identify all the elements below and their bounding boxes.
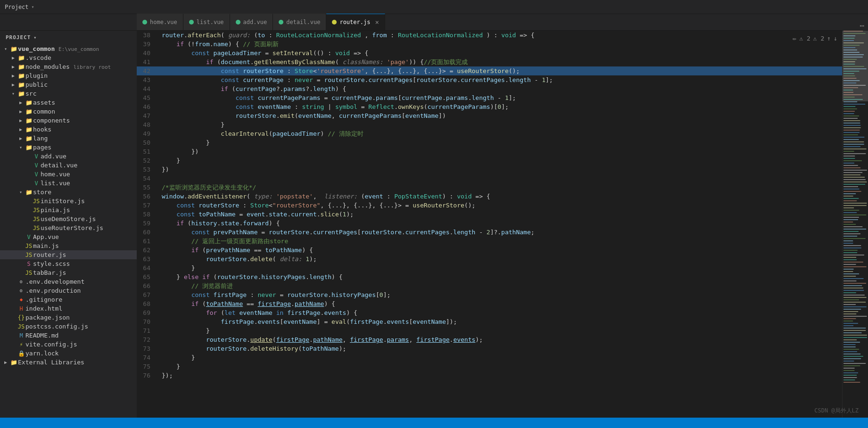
tree-common[interactable]: ▶ 📁 common bbox=[0, 107, 137, 116]
line-content[interactable]: } bbox=[158, 353, 842, 362]
line-content[interactable]: } else if (routerStore.historyPages.leng… bbox=[158, 272, 842, 281]
line-content[interactable]: }) bbox=[158, 147, 842, 156]
project-label[interactable]: Project ▾ bbox=[5, 4, 34, 10]
tree-external-libraries[interactable]: ▶ 📁 External Libraries bbox=[0, 358, 137, 367]
line-content[interactable]: }) bbox=[158, 165, 842, 174]
tree-pages[interactable]: ▾ 📁 pages bbox=[0, 143, 137, 152]
tree-label: postcss.config.js bbox=[25, 323, 88, 330]
line-number: 58 bbox=[137, 210, 158, 219]
tree-detail-vue[interactable]: V detail.vue bbox=[0, 161, 137, 170]
tree-index-html[interactable]: H index.html bbox=[0, 304, 137, 313]
tree-components[interactable]: ▶ 📁 components bbox=[0, 116, 137, 125]
line-content[interactable]: for (let eventName in firstPage.events) … bbox=[158, 308, 842, 317]
tree-userouterstore[interactable]: JS useRouterStore.js bbox=[0, 223, 137, 232]
tree-list-vue[interactable]: V list.vue bbox=[0, 179, 137, 188]
project-arrow[interactable]: ▾ bbox=[32, 4, 34, 9]
tree-vite-config[interactable]: ⚡ vite.config.js bbox=[0, 340, 137, 349]
line-content[interactable]: if (currentPage?.params?.length) { bbox=[158, 84, 842, 93]
line-content[interactable]: routerStore.emit(eventName, currentPageP… bbox=[158, 111, 842, 120]
tree-pinia[interactable]: JS pinia.js bbox=[0, 206, 137, 214]
line-content[interactable]: } bbox=[158, 120, 842, 129]
line-content[interactable]: if (history.state.forward) { bbox=[158, 219, 842, 228]
line-content[interactable]: /*监听浏览器历史记录发生变化*/ bbox=[158, 183, 842, 192]
tree-assets[interactable]: ▶ 📁 assets bbox=[0, 98, 137, 107]
tab-list-vue[interactable]: list.vue bbox=[183, 14, 230, 30]
line-content[interactable]: const eventName : string | symbol = Refl… bbox=[158, 102, 842, 111]
tree-public[interactable]: ▶ 📁 public bbox=[0, 80, 137, 89]
js-icon: JS bbox=[25, 270, 33, 276]
line-content[interactable]: } bbox=[158, 362, 842, 371]
tab-detail-vue[interactable]: detail.vue bbox=[273, 14, 326, 30]
line-content[interactable]: // 返回上一级页面更新路由store bbox=[158, 237, 842, 246]
tree-store[interactable]: ▾ 📁 store bbox=[0, 188, 137, 197]
tree-hooks[interactable]: ▶ 📁 hooks bbox=[0, 125, 137, 134]
line-content[interactable]: const currentPageParams = currentPage.pa… bbox=[158, 93, 842, 102]
line-content[interactable]: } bbox=[158, 156, 842, 165]
tree-app-vue[interactable]: V App.vue bbox=[0, 232, 137, 241]
tree-main-js[interactable]: JS main.js bbox=[0, 241, 137, 250]
line-content[interactable]: } bbox=[158, 326, 842, 335]
line-content[interactable]: // 浏览器前进 bbox=[158, 281, 842, 290]
line-content[interactable]: const firstPage : never = routerStore.hi… bbox=[158, 290, 842, 299]
tree-package-json[interactable]: {} package.json bbox=[0, 313, 137, 322]
sidebar-arrow[interactable]: ▾ bbox=[33, 35, 37, 40]
tree-usedemostore[interactable]: JS useDemoStore.js bbox=[0, 214, 137, 223]
line-content[interactable] bbox=[158, 174, 842, 183]
line-content[interactable]: routerStore.deleteHistory(toPathName); bbox=[158, 344, 842, 353]
line-content[interactable]: } bbox=[158, 138, 842, 147]
line-content[interactable]: const toPathName = event.state.current.s… bbox=[158, 210, 842, 219]
sidebar-header: Project ▾ bbox=[0, 31, 137, 44]
tab-home-vue[interactable]: home.vue bbox=[137, 14, 183, 30]
tree-lang[interactable]: ▶ 📁 lang bbox=[0, 134, 137, 143]
line-content[interactable]: const routerStore : Store<"routerStore",… bbox=[158, 201, 842, 210]
tree-readme[interactable]: M README.md bbox=[0, 331, 137, 340]
close-tab-button[interactable]: × bbox=[375, 19, 379, 25]
tree-router-js[interactable]: JS router.js bbox=[0, 250, 137, 259]
tab-add-vue[interactable]: add.vue bbox=[230, 14, 273, 30]
line-number: 71 bbox=[137, 326, 158, 335]
tree-tabbar-js[interactable]: JS tabBar.js bbox=[0, 268, 137, 277]
line-content[interactable]: if (toPathName == firstPage.pathName) { bbox=[158, 299, 842, 308]
tree-env-prod[interactable]: ⚙ .env.production bbox=[0, 286, 137, 295]
code-line-55: 55 /*监听浏览器历史记录发生变化*/ bbox=[137, 183, 842, 192]
line-number: 43 bbox=[137, 75, 158, 84]
tree-style-scss[interactable]: S style.scss bbox=[0, 259, 137, 268]
line-content[interactable]: } bbox=[158, 263, 842, 272]
nav-up-icon[interactable]: ↑ bbox=[827, 35, 831, 42]
tree-src[interactable]: ▾ 📁 src bbox=[0, 89, 137, 98]
tree-vscode[interactable]: ▶ 📁 .vscode bbox=[0, 53, 137, 62]
tree-postcss[interactable]: JS postcss.config.js bbox=[0, 322, 137, 331]
line-content[interactable]: routerStore.delete( delta: 1); bbox=[158, 255, 842, 263]
tree-gitignore[interactable]: ◆ .gitignore bbox=[0, 295, 137, 304]
tab-router-js[interactable]: router.js × bbox=[326, 14, 385, 30]
tree-node-modules[interactable]: ▶ 📁 node_modules library root bbox=[0, 62, 137, 71]
tree-root[interactable]: ▾ 📁 vue_common E:\vue_common bbox=[0, 44, 137, 53]
js-icon bbox=[332, 20, 337, 25]
line-content[interactable]: firstPage.events[eventName] = eval(first… bbox=[158, 317, 842, 326]
more-tabs-icon[interactable]: ⋯ bbox=[860, 21, 864, 30]
line-content[interactable]: if (document.getElementsByClassName( cla… bbox=[158, 58, 842, 66]
tree-plugin[interactable]: ▶ 📁 plugin bbox=[0, 71, 137, 80]
nav-down-icon[interactable]: ↓ bbox=[834, 35, 837, 42]
tree-env-dev[interactable]: ⚙ .env.development bbox=[0, 277, 137, 286]
line-content[interactable]: window.addEventListener( type: 'popstate… bbox=[158, 192, 842, 201]
tree-home-vue[interactable]: V home.vue bbox=[0, 170, 137, 179]
tree-label: .env.development bbox=[25, 278, 84, 285]
tree-initstore[interactable]: JS initStore.js bbox=[0, 197, 137, 206]
tree-add-vue[interactable]: V add.vue bbox=[0, 152, 137, 161]
edit-icon[interactable]: ✏ bbox=[793, 34, 796, 42]
line-content[interactable]: if (prevPathName == toPathName) { bbox=[158, 246, 842, 255]
line-content[interactable]: const pageLoadTimer = setInterval(() : v… bbox=[158, 49, 842, 58]
line-content[interactable]: if (!from.name) { // 页面刷新 bbox=[158, 40, 842, 49]
warning-badge: ⚠ 2 bbox=[799, 35, 810, 42]
code-line-57: 57 const routerStore : Store<"routerStor… bbox=[137, 201, 842, 210]
code-editor[interactable]: 38 router.afterEach( guard: (to : RouteL… bbox=[137, 31, 842, 418]
line-content[interactable]: const currentPage : never = routerStore.… bbox=[158, 75, 842, 84]
line-content[interactable]: routerStore.update(firstPage.pathName, f… bbox=[158, 335, 842, 344]
line-content[interactable]: const prevPathName = routerStore.current… bbox=[158, 228, 842, 237]
line-content[interactable]: }); bbox=[158, 371, 842, 380]
tree-yarn-lock[interactable]: 🔒 yarn.lock bbox=[0, 349, 137, 358]
line-content[interactable]: clearInterval(pageLoadTimer) // 清除定时 bbox=[158, 129, 842, 138]
line-content[interactable]: router.afterEach( guard: (to : RouteLoca… bbox=[158, 31, 842, 40]
line-content[interactable]: const routerStore : Store<'routerStore',… bbox=[158, 66, 842, 75]
